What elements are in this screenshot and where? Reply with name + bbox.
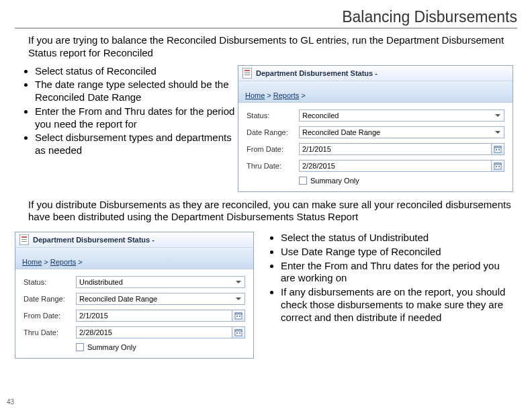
svg-rect-14 [236,332,238,334]
summary-only-label: Summary Only [87,343,136,351]
status-label: Status: [247,111,299,120]
svg-rect-10 [236,316,238,317]
svg-rect-1 [494,146,501,148]
svg-rect-7 [498,166,500,167]
intro-paragraph-1: If you are trying to balance the Reconci… [15,34,517,65]
breadcrumb-reports[interactable]: Reports [273,91,300,99]
fromdate-label: From Date: [247,145,299,153]
summary-only-label: Summary Only [310,177,359,185]
thrudate-label: Thru Date: [24,328,76,336]
calendar-button[interactable] [491,160,504,172]
breadcrumb-home[interactable]: Home [22,258,42,266]
svg-rect-15 [239,332,240,334]
calendar-icon [494,162,502,170]
daterange-label: Date Range: [247,128,299,136]
list-item: The date range type selected should be t… [35,79,238,104]
summary-only-checkbox[interactable] [299,177,307,185]
calendar-icon [234,328,242,336]
intro-paragraph-2: If you distribute Disbursements as they … [15,197,517,230]
window-titlebar: Department Disbursement Status - [238,66,513,81]
thrudate-input[interactable] [76,326,232,338]
breadcrumb: Home > Reports > [238,81,513,103]
svg-rect-13 [235,330,242,331]
window-title: Department Disbursement Status - [33,236,154,244]
instruction-list-1: Select status of Reconciled The date ran… [15,65,238,158]
svg-rect-5 [494,163,501,165]
status-select[interactable]: Undistributed [76,276,245,288]
report-pane-undistributed: Department Disbursement Status - Home > … [15,232,254,359]
list-item: Select the status of Undistributed [281,232,508,244]
breadcrumb-home[interactable]: Home [245,91,265,99]
breadcrumb-reports[interactable]: Reports [50,258,77,266]
calendar-button[interactable] [232,326,245,338]
svg-rect-11 [239,316,240,317]
document-icon [19,234,29,245]
list-item: If any disbursements are on the report, … [281,286,508,324]
fromdate-input[interactable] [299,143,491,155]
svg-rect-9 [235,313,242,314]
document-icon [242,68,252,79]
status-select[interactable]: Reconciled [299,109,504,122]
fromdate-label: From Date: [24,312,76,320]
daterange-select[interactable]: Reconciled Date Range [76,293,245,305]
svg-rect-2 [496,149,497,150]
summary-only-checkbox[interactable] [76,343,84,351]
instruction-list-2: Select the status of Undistributed Use D… [259,232,508,325]
list-item: Use Date Range type of Reconciled [281,246,508,259]
status-label: Status: [24,278,76,286]
thrudate-label: Thru Date: [247,162,299,170]
chevron-down-icon [493,128,502,137]
svg-rect-6 [496,166,497,167]
daterange-select[interactable]: Reconciled Date Range [299,126,504,138]
calendar-button[interactable] [232,310,245,322]
list-item: Select status of Reconciled [35,65,238,78]
list-item: Select disbursement types and department… [35,132,238,157]
chevron-down-icon [234,277,243,287]
list-item: Enter the From and Thru dates for the pe… [281,260,508,285]
fromdate-input[interactable] [76,310,232,322]
svg-rect-3 [498,149,500,150]
window-title: Department Disbursement Status - [256,69,378,77]
thrudate-input[interactable] [299,160,491,172]
window-titlebar: Department Disbursement Status - [15,232,253,248]
chevron-down-icon [493,111,502,120]
list-item: Enter the From and Thru dates for the pe… [35,105,238,131]
report-pane-reconciled: Department Disbursement Status - Home > … [238,65,513,192]
page-title: Balancing Disbursements [15,8,517,29]
calendar-icon [234,312,242,320]
calendar-button[interactable] [491,143,504,155]
daterange-label: Date Range: [24,295,76,303]
page-number: 43 [7,398,14,406]
calendar-icon [494,145,502,153]
chevron-down-icon [234,294,243,304]
breadcrumb: Home > Reports > [15,248,253,269]
